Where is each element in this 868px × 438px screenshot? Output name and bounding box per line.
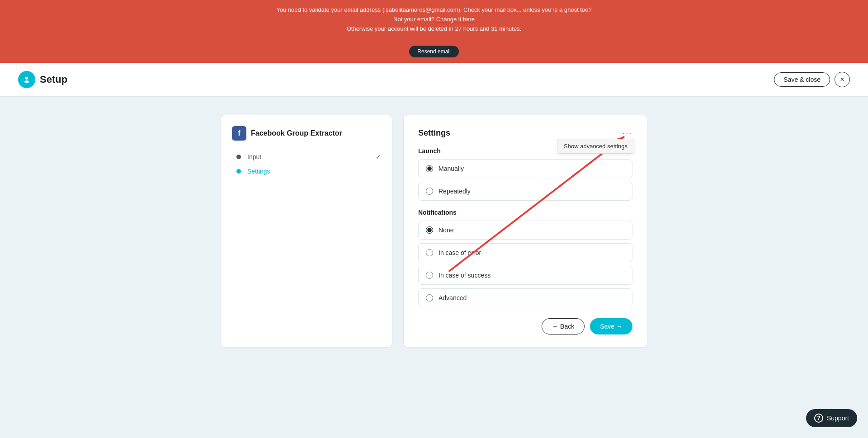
svg-point-1 <box>25 77 28 80</box>
extractor-name: Facebook Group Extractor <box>251 129 342 137</box>
change-email-link[interactable]: Change it here <box>436 16 475 23</box>
panel-footer: ← Back Save → <box>418 318 632 334</box>
launch-manually-label: Manually <box>439 165 464 172</box>
launch-manually-option[interactable]: Manually <box>418 159 632 178</box>
notification-none-label: None <box>439 226 453 234</box>
notification-error-radio[interactable] <box>426 249 433 256</box>
banner-message-line3: Otherwise your account will be deleted i… <box>9 24 859 34</box>
settings-title: Settings <box>418 128 450 138</box>
svg-point-4 <box>28 79 29 80</box>
notification-success-radio[interactable] <box>426 272 433 279</box>
settings-header: Settings ··· <box>418 128 632 138</box>
step-input-label: Input <box>247 153 261 160</box>
notification-none-radio[interactable] <box>426 226 433 234</box>
page-title: Setup <box>40 74 67 85</box>
step-settings[interactable]: Settings <box>236 164 381 179</box>
step-dot-settings <box>236 169 241 174</box>
close-button[interactable]: × <box>835 72 850 87</box>
notifications-label: Notifications <box>418 209 632 216</box>
facebook-icon: f <box>232 126 246 141</box>
support-button[interactable]: ? Support <box>806 409 857 427</box>
svg-point-2 <box>24 80 29 83</box>
launch-repeatedly-radio[interactable] <box>426 188 433 195</box>
advanced-settings-tooltip[interactable]: Show advanced settings <box>557 139 634 154</box>
step-list: Input ✓ Settings <box>232 150 381 179</box>
notification-advanced-option[interactable]: Advanced <box>418 288 632 307</box>
extractor-header: f Facebook Group Extractor <box>232 126 381 141</box>
notification-error-label: In case of error <box>439 249 481 256</box>
tooltip-text: Show advanced settings <box>564 143 627 150</box>
page-header: Setup Save & close × <box>0 63 868 97</box>
notification-success-label: In case of success <box>439 272 491 279</box>
launch-repeatedly-label: Repeatedly <box>439 188 471 195</box>
notification-success-option[interactable]: In case of success <box>418 266 632 285</box>
banner-message-line2: Not your email? Change it here <box>9 15 859 24</box>
save-close-button[interactable]: Save & close <box>774 72 830 87</box>
launch-section: Launch Manually Repeatedly <box>418 147 632 201</box>
notification-none-option[interactable]: None <box>418 221 632 240</box>
launch-repeatedly-option[interactable]: Repeatedly <box>418 182 632 201</box>
support-label: Support <box>827 414 849 422</box>
notification-advanced-radio[interactable] <box>426 294 433 301</box>
email-validation-banner: You need to validate your email address … <box>0 0 868 63</box>
resend-email-button[interactable]: Resend email <box>409 46 458 57</box>
save-button[interactable]: Save → <box>590 318 632 334</box>
svg-point-3 <box>24 79 26 80</box>
launch-manually-radio[interactable] <box>426 165 433 172</box>
three-dots-menu[interactable]: ··· <box>622 128 632 138</box>
app-logo-icon <box>18 71 35 88</box>
left-panel: f Facebook Group Extractor Input ✓ Setti… <box>221 115 392 348</box>
step-settings-label: Settings <box>247 168 270 175</box>
support-icon: ? <box>814 414 823 423</box>
back-button[interactable]: ← Back <box>542 318 585 334</box>
step-input-check: ✓ <box>376 153 381 160</box>
header-left: Setup <box>18 71 67 88</box>
notification-error-option[interactable]: In case of error <box>418 243 632 262</box>
step-dot-input <box>236 155 241 159</box>
banner-message-line1: You need to validate your email address … <box>9 5 859 15</box>
notifications-section: Notifications None In case of error In c… <box>418 209 632 307</box>
header-right: Save & close × <box>774 72 850 87</box>
main-content: f Facebook Group Extractor Input ✓ Setti… <box>0 97 868 366</box>
right-panel: Settings ··· Show advanced settings Laun… <box>403 115 647 348</box>
notification-advanced-label: Advanced <box>439 294 467 301</box>
step-input: Input ✓ <box>236 150 381 164</box>
